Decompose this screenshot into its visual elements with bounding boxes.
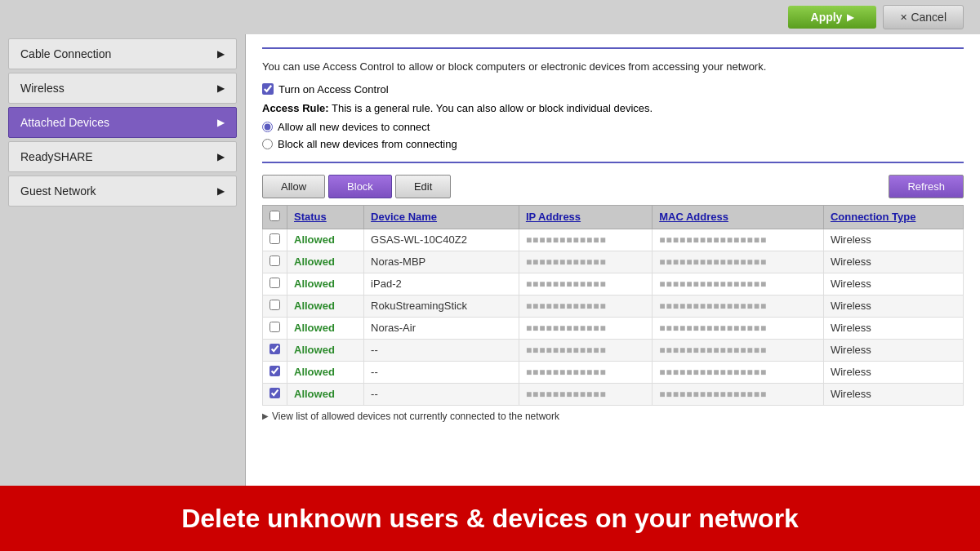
row-mac-address: ■■■■■■■■■■■■■■■■ <box>653 273 824 295</box>
row-checkbox[interactable] <box>270 278 280 288</box>
row-checkbox[interactable] <box>270 322 280 332</box>
row-mac-address: ■■■■■■■■■■■■■■■■ <box>653 383 824 405</box>
row-device-name: Noras-Air <box>364 317 519 339</box>
access-control-row: Turn on Access Control <box>262 83 964 96</box>
table-row: AllowedRokuStreamingStick■■■■■■■■■■■■■■■… <box>263 295 964 317</box>
row-checkbox[interactable] <box>270 366 280 376</box>
th-ip-address[interactable]: IP Address <box>519 205 652 229</box>
sidebar-item-label: Guest Network <box>20 184 96 198</box>
banner-text: Delete unknown users & devices on your n… <box>181 504 799 534</box>
row-device-name: iPad-2 <box>364 273 519 295</box>
row-device-name: -- <box>364 361 519 383</box>
sidebar-item-cable-connection[interactable]: Cable Connection ▶ <box>8 38 237 69</box>
table-row: AllowedNoras-Air■■■■■■■■■■■■■■■■■■■■■■■■… <box>263 317 964 339</box>
row-status: Allowed <box>287 361 364 383</box>
row-checkbox-cell <box>263 251 287 273</box>
row-checkbox[interactable] <box>270 388 280 398</box>
chevron-right-icon: ▶ <box>217 185 225 197</box>
table-row: Allowed--■■■■■■■■■■■■■■■■■■■■■■■■■■■■Wir… <box>263 339 964 361</box>
row-connection-type: Wireless <box>823 361 963 383</box>
sidebar-item-readyshare[interactable]: ReadySHARE ▶ <box>8 141 237 172</box>
access-rule-label: Access Rule: This is a general rule. You… <box>262 102 964 114</box>
view-link[interactable]: View list of allowed devices not current… <box>262 411 964 422</box>
row-ip-address: ■■■■■■■■■■■■ <box>519 295 652 317</box>
sidebar-item-label: Attached Devices <box>20 116 109 129</box>
row-connection-type: Wireless <box>823 229 963 251</box>
block-new-radio[interactable] <box>262 139 273 149</box>
row-status: Allowed <box>287 229 364 251</box>
allow-new-label: Allow all new devices to connect <box>278 121 430 133</box>
row-connection-type: Wireless <box>823 339 963 361</box>
row-checkbox[interactable] <box>270 344 280 354</box>
sidebar-item-guest-network[interactable]: Guest Network ▶ <box>8 176 237 207</box>
th-mac-address[interactable]: MAC Address <box>653 205 824 229</box>
view-link-text: View list of allowed devices not current… <box>272 411 559 422</box>
row-status: Allowed <box>287 339 364 361</box>
access-control-label: Turn on Access Control <box>278 83 389 96</box>
block-button[interactable]: Block <box>328 175 392 198</box>
row-status: Allowed <box>287 383 364 405</box>
allow-new-radio[interactable] <box>262 122 273 132</box>
refresh-button[interactable]: Refresh <box>889 175 964 198</box>
row-checkbox[interactable] <box>270 300 280 310</box>
row-status: Allowed <box>287 251 364 273</box>
chevron-right-icon: ▶ <box>217 117 225 128</box>
top-divider <box>262 47 964 49</box>
allow-button[interactable]: Allow <box>262 175 325 198</box>
th-device-name[interactable]: Device Name <box>364 205 519 229</box>
row-ip-address: ■■■■■■■■■■■■ <box>519 339 652 361</box>
row-checkbox[interactable] <box>270 256 280 266</box>
row-mac-address: ■■■■■■■■■■■■■■■■ <box>653 339 824 361</box>
th-connection-type[interactable]: Connection Type <box>823 205 963 229</box>
row-checkbox-cell <box>263 339 287 361</box>
description-text: You can use Access Control to allow or b… <box>262 59 964 75</box>
row-connection-type: Wireless <box>823 383 963 405</box>
row-checkbox-cell <box>263 361 287 383</box>
row-connection-type: Wireless <box>823 295 963 317</box>
row-status: Allowed <box>287 273 364 295</box>
row-checkbox[interactable] <box>270 233 280 244</box>
row-ip-address: ■■■■■■■■■■■■ <box>519 317 652 339</box>
chevron-right-icon: ▶ <box>217 82 225 94</box>
row-status: Allowed <box>287 317 364 339</box>
chevron-right-icon: ▶ <box>217 48 225 60</box>
select-all-checkbox[interactable] <box>270 211 280 221</box>
row-checkbox-cell <box>263 383 287 405</box>
main-layout: Cable Connection ▶ Wireless ▶ Attached D… <box>0 34 980 486</box>
cancel-button[interactable]: Cancel <box>883 5 964 29</box>
table-row: Allowed--■■■■■■■■■■■■■■■■■■■■■■■■■■■■Wir… <box>263 361 964 383</box>
row-ip-address: ■■■■■■■■■■■■ <box>519 273 652 295</box>
row-ip-address: ■■■■■■■■■■■■ <box>519 383 652 405</box>
devices-table: Status Device Name IP Address MAC Addres… <box>262 205 964 406</box>
table-row: AllowedNoras-MBP■■■■■■■■■■■■■■■■■■■■■■■■… <box>263 251 964 273</box>
row-checkbox-cell <box>263 229 287 251</box>
allow-new-devices-row: Allow all new devices to connect <box>262 121 964 133</box>
table-header-row: Status Device Name IP Address MAC Addres… <box>263 205 964 229</box>
sidebar-item-wireless[interactable]: Wireless ▶ <box>8 73 237 104</box>
sidebar-item-label: Wireless <box>20 82 65 95</box>
sidebar-item-label: ReadySHARE <box>20 150 93 163</box>
edit-button[interactable]: Edit <box>395 175 451 198</box>
row-ip-address: ■■■■■■■■■■■■ <box>519 361 652 383</box>
block-new-label: Block all new devices from connecting <box>278 138 457 150</box>
row-mac-address: ■■■■■■■■■■■■■■■■ <box>653 229 824 251</box>
row-ip-address: ■■■■■■■■■■■■ <box>519 229 652 251</box>
access-control-checkbox[interactable] <box>262 83 274 95</box>
apply-button[interactable]: Apply <box>788 6 877 29</box>
content-area: You can use Access Control to allow or b… <box>245 34 980 486</box>
sidebar-item-label: Cable Connection <box>20 47 111 60</box>
th-status[interactable]: Status <box>287 205 364 229</box>
table-row: AllowediPad-2■■■■■■■■■■■■■■■■■■■■■■■■■■■… <box>263 273 964 295</box>
top-bar: Apply Cancel <box>0 0 980 34</box>
row-device-name: GSAS-WL-10C40Z2 <box>364 229 519 251</box>
row-mac-address: ■■■■■■■■■■■■■■■■ <box>653 361 824 383</box>
row-connection-type: Wireless <box>823 273 963 295</box>
row-device-name: -- <box>364 383 519 405</box>
row-checkbox-cell <box>263 317 287 339</box>
sidebar-item-attached-devices[interactable]: Attached Devices ▶ <box>8 107 237 138</box>
row-device-name: RokuStreamingStick <box>364 295 519 317</box>
row-mac-address: ■■■■■■■■■■■■■■■■ <box>653 295 824 317</box>
row-checkbox-cell <box>263 273 287 295</box>
table-row: Allowed--■■■■■■■■■■■■■■■■■■■■■■■■■■■■Wir… <box>263 383 964 405</box>
row-device-name: -- <box>364 339 519 361</box>
